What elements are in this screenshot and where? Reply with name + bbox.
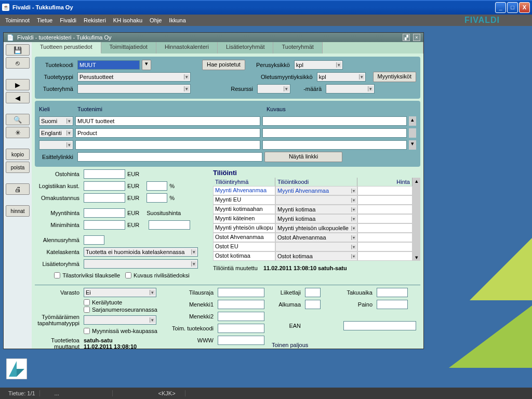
- toimtuotekoodi-input[interactable]: [218, 324, 264, 333]
- kieli-select-2[interactable]: [39, 140, 73, 150]
- tili-ryhma-cell[interactable]: Ostot Ahvenanmaa: [213, 233, 275, 242]
- tuoteryhma-select[interactable]: [77, 84, 191, 94]
- esittelylinkki-input[interactable]: [77, 152, 262, 162]
- omakustannus-input[interactable]: [84, 193, 125, 203]
- kieli-select-0[interactable]: Suomi: [39, 116, 73, 126]
- menu-fivaldi[interactable]: Fivaldi: [60, 17, 76, 23]
- alkumaa-input[interactable]: [305, 300, 321, 309]
- tab-toimittaja[interactable]: Toimittajatiedot: [101, 42, 156, 54]
- resurssi-select[interactable]: [257, 84, 290, 94]
- tili-scrollbar[interactable]: ▴▾: [413, 178, 420, 261]
- exit-button[interactable]: ⎋: [6, 57, 30, 69]
- tab-hinnasto[interactable]: Hinnastokalenteri: [156, 42, 218, 54]
- tili-ryhma-cell[interactable]: Myynti Ahvenanmaa: [213, 186, 275, 195]
- webkauppa-checkbox[interactable]: Myynnissä web-kaupassa: [84, 328, 165, 334]
- tili-hinta-cell[interactable]: [357, 195, 413, 205]
- logistiikan-input[interactable]: [84, 181, 125, 191]
- menu-khisohaku[interactable]: KH isohaku: [113, 17, 142, 23]
- kuvausrivi-checkbox[interactable]: Kuvaus rivilisätiedoksi: [125, 272, 190, 278]
- scrollbar-track[interactable]: [409, 128, 416, 138]
- perusyksikko-select[interactable]: kpl: [294, 60, 343, 70]
- tili-koodi-cell[interactable]: [275, 242, 357, 251]
- sarjanumero-checkbox[interactable]: Sarjanumeroseurannassa: [84, 307, 165, 313]
- tili-koodi-cell[interactable]: Myynti kotimaa: [275, 214, 357, 223]
- paino-input[interactable]: [377, 300, 408, 309]
- keraily-checkbox[interactable]: Keräilytuote: [84, 299, 165, 305]
- www-input[interactable]: [218, 336, 264, 345]
- tyomaara-select[interactable]: [84, 315, 156, 325]
- print-button[interactable]: 🖨: [6, 183, 30, 195]
- hae-poistetut-button[interactable]: Hae poistetut: [202, 60, 245, 70]
- new-button[interactable]: ✳: [6, 127, 30, 138]
- takuuaika-input[interactable]: [377, 288, 408, 297]
- tili-koodi-cell[interactable]: Myynti kotimaa: [275, 205, 357, 214]
- tilasto-checkbox[interactable]: Tilastoriviksi tilaukselle: [54, 272, 120, 278]
- menu-tietue[interactable]: Tietue: [37, 17, 52, 23]
- kieli-select-1[interactable]: Englanti: [39, 128, 73, 138]
- tuotekoodi-input[interactable]: [77, 60, 140, 70]
- omakustannus-pct-input[interactable]: [147, 193, 167, 203]
- kuvaus-input-1[interactable]: [262, 128, 407, 138]
- varasto-select[interactable]: Ei: [84, 288, 156, 297]
- kuvaus-input-2[interactable]: [262, 140, 407, 150]
- tili-ryhma-cell[interactable]: Ostot EU: [213, 242, 275, 251]
- close-button[interactable]: X: [519, 2, 530, 13]
- ean-input[interactable]: [343, 321, 416, 330]
- inner-close-button[interactable]: ×: [413, 34, 420, 41]
- minimize-button[interactable]: _: [495, 2, 506, 13]
- scroll-down-icon[interactable]: ▾: [409, 140, 416, 150]
- tuotekoodi-lookup-button[interactable]: ▾: [142, 60, 151, 70]
- menekki2-input[interactable]: [218, 312, 264, 321]
- tili-hinta-cell[interactable]: [357, 223, 413, 233]
- alennusryhma-input[interactable]: [84, 235, 104, 245]
- ostohinta-input[interactable]: [84, 169, 125, 179]
- save-button[interactable]: 💾: [6, 44, 30, 56]
- tili-koodi-cell[interactable]: Ostot Ahvenanmaa: [275, 233, 357, 242]
- menekki1-input[interactable]: [218, 300, 264, 309]
- suositushinta-input[interactable]: [149, 220, 190, 230]
- hinnat-button[interactable]: hinnat: [6, 205, 30, 217]
- myyntiyksikot-button[interactable]: Myyntiyksiköt: [373, 72, 416, 82]
- tili-ryhma-cell[interactable]: Ostot kotimaa: [213, 251, 275, 261]
- tili-koodi-cell[interactable]: [275, 195, 357, 205]
- next-button[interactable]: ▶: [6, 79, 30, 90]
- tab-tuoteryhmat[interactable]: Tuoteryhmät: [273, 42, 322, 54]
- menu-ikkuna[interactable]: Ikkuna: [169, 17, 185, 23]
- tili-hinta-cell[interactable]: [357, 186, 413, 195]
- poista-button[interactable]: poista: [6, 162, 30, 173]
- lisatietoryhma-select[interactable]: [84, 259, 198, 269]
- tilausraja-input[interactable]: [218, 288, 264, 297]
- tili-ryhma-cell[interactable]: Myynti yhteisön ulkopu: [213, 223, 275, 233]
- menu-ohje[interactable]: Ohje: [150, 17, 162, 23]
- tili-ryhma-cell[interactable]: Myynti käteinen: [213, 214, 275, 223]
- nayta-linkki-button[interactable]: Näytä linkki: [264, 152, 342, 162]
- tili-hinta-cell[interactable]: [357, 205, 413, 214]
- menu-toiminnot[interactable]: Toiminnot: [5, 17, 30, 23]
- maara-select[interactable]: [326, 84, 375, 94]
- katelaskenta-select[interactable]: Tuotetta ei huomioida katelaskennassa: [84, 247, 198, 257]
- tili-hinta-cell[interactable]: [357, 242, 413, 251]
- tili-hinta-cell[interactable]: [357, 251, 413, 261]
- tili-ryhma-cell[interactable]: Myynti kotimaahan: [213, 205, 275, 214]
- tab-perustiedot[interactable]: Tuotteen perustiedot: [32, 42, 101, 54]
- liiketlaji-input[interactable]: [305, 288, 321, 297]
- search-button[interactable]: 🔍: [6, 114, 30, 125]
- tili-koodi-cell[interactable]: Ostot kotimaa: [275, 251, 357, 261]
- kopio-button[interactable]: kopio: [6, 149, 30, 160]
- minimihinta-input[interactable]: [84, 220, 125, 230]
- tuotetyyppi-select[interactable]: Perustuotteet: [77, 72, 191, 82]
- scroll-up-icon[interactable]: ▴: [409, 116, 416, 126]
- tili-koodi-cell[interactable]: Myynti yhteisön ulkopuolelle: [275, 223, 357, 233]
- tili-hinta-cell[interactable]: [357, 214, 413, 223]
- tuotenimi-input-1[interactable]: [75, 128, 260, 138]
- tuotenimi-input-2[interactable]: [75, 140, 260, 150]
- oletusmyynti-select[interactable]: kpl: [317, 72, 366, 82]
- tili-ryhma-cell[interactable]: Myynti EU: [213, 195, 275, 205]
- inner-restore-button[interactable]: ▞: [403, 34, 410, 41]
- logistiikan-pct-input[interactable]: [147, 181, 167, 191]
- myyntihinta-input[interactable]: [84, 208, 125, 218]
- tili-koodi-cell[interactable]: Myynti Ahvenanmaa: [275, 186, 357, 195]
- tili-hinta-cell[interactable]: [357, 233, 413, 242]
- kuvaus-input-0[interactable]: [262, 116, 407, 126]
- prev-button[interactable]: ◀: [6, 92, 30, 103]
